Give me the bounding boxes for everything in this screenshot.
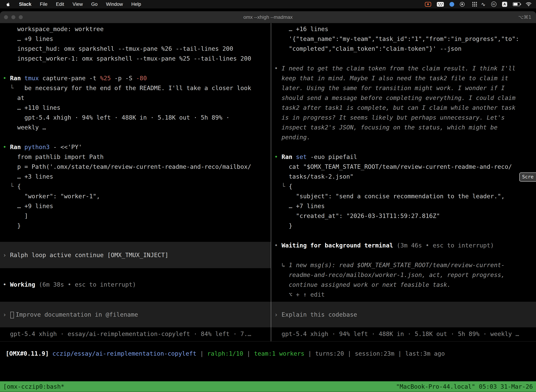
blue-app-icon[interactable] [450,2,454,7]
terminal-line: should send a message before completing … [271,93,536,103]
text-segment: "completed","claim_token":"claim-token"}… [274,45,461,52]
terminal-line: ] [0,211,271,221]
text-segment: at [3,94,24,101]
terminal-content[interactable]: workspace_mode: worktree … +9 lines insp… [0,23,536,392]
pane-status-line: gpt-5.4 xhigh · essay/ai-reimplementatio… [0,329,271,339]
text-segment: I need to get the claim token from the c… [282,65,516,72]
text-segment: task2 after task1 is complete, but can I… [274,104,515,111]
text-segment: '{"team_name":"my-team","task_id":"1","f… [274,35,519,42]
terminal-line: gpt-5.4 xhigh · 94% left · 488K in · 5.1… [0,112,271,122]
terminal-line [0,63,271,73]
text-segment: Ran [10,75,24,82]
menu-item-slack[interactable]: Slack [15,0,36,9]
input-source-icon[interactable]: A [502,2,507,7]
text-segment: later. Using the same for transition mig… [274,84,505,92]
text-segment: session:23m [355,350,398,357]
menu-item-help[interactable]: Help [127,0,145,9]
text-segment: ralph:1/10 [207,350,247,357]
text-segment: last:3m ago [405,350,445,357]
window-title: omx --xhigh --madmax [0,14,536,20]
screen-recording-indicator-icon[interactable] [425,2,431,7]
menu-item-view[interactable]: View [68,0,87,9]
text-segment: set [296,153,310,160]
text-segment: -p -S [115,75,136,82]
wifi-icon[interactable] [526,2,531,6]
keyboard-icon[interactable] [437,2,444,7]
text-segment: should send a message before completing … [274,94,515,101]
text-segment: tasks/task-2.json" [274,173,354,180]
text-segment: cat "$OMX_TEAM_STATE_ROOT/team/review-cu… [274,163,512,170]
text-segment: -euo pipefail [310,153,357,160]
battery-icon[interactable] [513,2,520,6]
battery-percent-badge[interactable]: 61 [491,2,496,7]
terminal-line: '{"team_name":"my-team","task_id":"1","f… [271,34,536,44]
text-segment: … +9 lines [3,35,53,42]
text-segment: inspect task2's JSON, focusing on the st… [274,124,498,131]
ralph-loop-band[interactable]: › Ralph loop active continue [OMX_TMUX_I… [0,242,271,268]
text-segment: | [247,350,254,357]
screen: Slack File Edit View Go Window Help ∿ 61… [0,0,536,392]
text-segment: gpt-5.4 xhigh · 94% left · 488K in · 5.1… [274,330,519,337]
text-segment: Working [10,281,39,288]
window-shortcut-label: ⌥⌘1 [518,11,531,23]
terminal-line: ↳ 1 new msg(s): read $OMX_TEAM_STATE_ROO… [271,260,536,270]
zoom-window-button[interactable] [19,15,23,19]
terminal-line: } [0,221,271,231]
text-segment: … +7 lines [274,202,325,210]
text-segment: turns:20 [315,350,348,357]
minimize-window-button[interactable] [11,15,15,19]
terminal-line: … +7 lines [271,201,536,211]
text-segment: | [200,350,207,357]
terminal-line: later. Using the same for transition mig… [271,83,536,93]
menu-item-go[interactable]: Go [87,0,102,9]
text-segment: - <<'PY' [53,144,82,150]
text-segment: "created_at": "2026-03-31T11:59:27.816Z" [274,212,440,219]
terminal-line: "completed","claim_token":"claim-token"}… [271,44,536,54]
prompt-suggestion-band[interactable]: › Explain this codebase [271,302,536,327]
terminal-line: … +9 lines [0,201,271,211]
text-segment: } [274,222,292,229]
text-segment: keep that in mind. Maybe I also need the… [274,75,508,82]
close-window-button[interactable] [4,15,8,19]
text-segment: team:1 workers [254,350,308,357]
waiting-status-line: • Waiting for background terminal (3m 46… [271,240,536,250]
terminal-line [271,54,536,63]
text-segment: } [3,222,21,229]
apps-grid-icon[interactable] [472,2,474,3]
left-pane[interactable]: workspace_mode: worktree … +9 lines insp… [0,23,271,341]
text-segment: "worker": "worker-1", [3,193,100,200]
screenshot-notification[interactable]: Scre [519,173,536,182]
text-segment: • [3,75,10,82]
window-titlebar[interactable]: omx --xhigh --madmax ⌥⌘1 [0,11,536,23]
text-segment: • [3,281,10,288]
text-segment: tmux [24,75,42,82]
menu-item-file[interactable]: File [36,0,52,9]
terminal-line: … +110 lines [0,103,271,112]
terminal-line: pending. [271,132,536,142]
apple-menu-icon[interactable] [5,2,11,6]
menu-item-window[interactable]: Window [102,0,127,9]
tmux-session-label: [omx-cczip0:bash* [3,383,64,390]
pane-status-line: gpt-5.4 xhigh · 94% left · 488K in · 5.1… [271,329,536,339]
terminal-line: inspect task2's JSON, focusing on the st… [271,122,536,132]
terminal-line [271,250,536,260]
terminal-line: └ be necessary for the end of the README… [0,83,271,93]
text-segment: (3m 46s • esc to interrupt) [397,242,494,249]
text-segment: gpt-5.4 xhigh · essay/ai-reimplementatio… [3,330,251,337]
prompt-input-band[interactable]: › Improve documentation in @filename [0,302,271,327]
text-segment: cczip/essay/ai-reimplementation-copyleft [53,350,200,357]
terminal-line: "created_at": "2026-03-31T11:59:27.816Z" [271,211,536,221]
claude-icon[interactable] [460,2,464,7]
text-segment: ⌥ + ↑ edit [274,291,325,298]
text-segment: | [398,350,405,357]
omx-session-status-line: [OMX#0.11.9] cczip/essay/ai-reimplementa… [3,349,536,359]
menu-item-edit[interactable]: Edit [52,0,68,9]
text-segment: └ [274,183,289,190]
right-pane[interactable]: … +16 lines '{"team_name":"my-team","tas… [271,23,536,341]
omx-status-line: [OMX#0.11.9] cczip/essay/ai-reimplementa… [0,349,536,359]
tmux-panes: workspace_mode: worktree … +9 lines insp… [0,23,536,341]
terminal-line [271,142,536,152]
squiggle-icon[interactable]: ∿ [481,1,486,7]
terminal-line [0,132,271,142]
terminal-line: └ { [0,182,271,191]
